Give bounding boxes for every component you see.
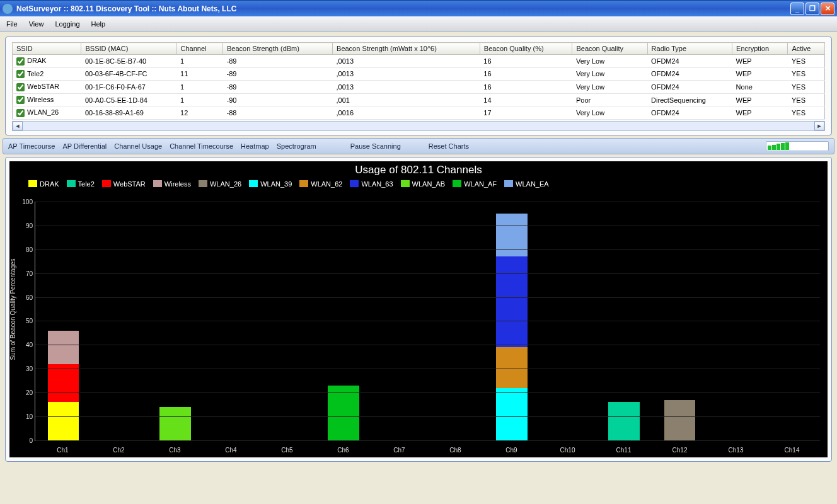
- ytick-label: 70: [18, 270, 33, 277]
- scroll-track[interactable]: [23, 122, 814, 130]
- column-header[interactable]: Channel: [176, 43, 222, 55]
- ytick-label: 10: [18, 413, 33, 420]
- ytick-label: 20: [18, 389, 33, 396]
- ytick-label: 40: [18, 341, 33, 348]
- legend-label: WLAN_62: [311, 180, 342, 188]
- gridline: [35, 321, 820, 321]
- pause-scanning-button[interactable]: Pause Scanning: [350, 142, 401, 150]
- minimize-button[interactable]: _: [790, 3, 804, 15]
- table-cell: DirectSequencing: [647, 93, 732, 106]
- row-checkbox[interactable]: [16, 109, 25, 117]
- row-checkbox[interactable]: [16, 83, 25, 91]
- legend-swatch: [453, 180, 461, 187]
- legend-swatch: [199, 180, 207, 187]
- horizontal-scrollbar[interactable]: ◄ ►: [12, 121, 825, 131]
- legend-item: DRAK: [28, 180, 59, 188]
- xtick-label: Ch5: [259, 447, 315, 454]
- view-toolbar: AP Timecourse AP Differential Channel Us…: [3, 138, 834, 154]
- table-cell: 17: [480, 106, 572, 120]
- bar-segment: [496, 388, 528, 440]
- reset-charts-button[interactable]: Reset Charts: [429, 142, 469, 150]
- menu-view[interactable]: View: [29, 20, 44, 28]
- column-header[interactable]: Beacon Quality (%): [480, 43, 572, 55]
- table-row[interactable]: WLAN_2600-16-38-89-A1-6912-88,001617Very…: [13, 106, 825, 120]
- bar-segment: [664, 400, 696, 440]
- table-cell: 00-16-38-89-A1-69: [81, 106, 176, 120]
- row-checkbox[interactable]: [16, 96, 25, 104]
- legend-item: WLAN_EA: [504, 180, 549, 188]
- gridline: [35, 273, 820, 274]
- menu-help[interactable]: Help: [91, 20, 106, 28]
- table-cell: 16: [480, 81, 572, 94]
- scroll-right-button[interactable]: ►: [814, 122, 824, 130]
- row-checkbox[interactable]: [16, 57, 25, 66]
- table-cell: YES: [788, 106, 825, 120]
- legend-item: Wireless: [153, 180, 191, 188]
- table-row[interactable]: Wireless00-A0-C5-EE-1D-841-90,00114PoorD…: [13, 93, 825, 106]
- row-checkbox[interactable]: [16, 70, 25, 78]
- table-cell: OFDM24: [647, 67, 732, 81]
- tab-channel-usage[interactable]: Channel Usage: [114, 142, 162, 150]
- bar-segment: [48, 331, 79, 364]
- gridline: [35, 369, 820, 369]
- legend-label: Wireless: [165, 180, 191, 188]
- table-cell: DRAK: [13, 55, 81, 68]
- ytick-label: 90: [18, 222, 33, 229]
- xtick-label: Ch7: [371, 447, 427, 454]
- table-cell: 12: [176, 106, 222, 120]
- column-header[interactable]: Beacon Quality: [572, 43, 647, 55]
- table-cell: Wireless: [13, 93, 81, 106]
- table-cell: WLAN_26: [13, 106, 81, 120]
- xtick-label: Ch14: [764, 447, 820, 454]
- tab-ap-differential[interactable]: AP Differential: [62, 142, 107, 150]
- ytick-label: 0: [18, 437, 33, 444]
- legend-swatch: [153, 180, 162, 187]
- scroll-left-button[interactable]: ◄: [13, 122, 23, 130]
- legend-swatch: [67, 180, 76, 187]
- menu-file[interactable]: File: [6, 20, 18, 28]
- legend-label: WLAN_EA: [516, 180, 549, 188]
- legend-label: WebSTAR: [113, 180, 146, 188]
- close-button[interactable]: ✕: [821, 3, 834, 15]
- bar-segment: [48, 402, 79, 440]
- table-cell: 00-A0-C5-EE-1D-84: [81, 93, 176, 106]
- ytick-label: 60: [18, 294, 33, 301]
- menubar: File View Logging Help: [0, 16, 837, 32]
- tab-channel-timecourse[interactable]: Channel Timecourse: [170, 142, 233, 150]
- ytick-label: 30: [18, 365, 33, 372]
- table-row[interactable]: DRAK00-1E-8C-5E-B7-401-89,001316Very Low…: [13, 55, 825, 68]
- xtick-label: Ch2: [91, 447, 147, 454]
- column-header[interactable]: Beacon Strength (dBm): [222, 43, 332, 55]
- tab-ap-timecourse[interactable]: AP Timecourse: [8, 142, 55, 150]
- column-header[interactable]: Encryption: [732, 43, 788, 55]
- legend-label: Tele2: [78, 180, 95, 188]
- chart-legend: DRAKTele2WebSTARWirelessWLAN_26WLAN_39WL…: [9, 178, 828, 192]
- xtick-label: Ch1: [35, 447, 91, 454]
- table-cell: OFDM24: [647, 81, 732, 94]
- table-cell: -89: [222, 67, 332, 81]
- chart-plot-area: 0102030405060708090100: [35, 202, 820, 441]
- column-header[interactable]: BSSID (MAC): [81, 43, 176, 55]
- maximize-button[interactable]: ❐: [805, 3, 819, 15]
- window-title: NetSurveyor :: 802.11 Discovery Tool :: …: [16, 4, 790, 13]
- column-header[interactable]: Beacon Strength (mWatt x 10^6): [333, 43, 480, 55]
- table-cell: ,0016: [333, 106, 480, 120]
- chart-ylabel: Sum of Beacon Quality Percentages: [9, 258, 16, 360]
- window-controls: _ ❐ ✕: [790, 3, 834, 15]
- signal-indicator: [766, 141, 829, 151]
- legend-item: WebSTAR: [102, 180, 146, 188]
- column-header[interactable]: SSID: [13, 43, 81, 55]
- table-cell: 00-1E-8C-5E-B7-40: [81, 55, 176, 68]
- gridline: [35, 345, 820, 345]
- legend-item: WLAN_AB: [401, 180, 446, 188]
- tab-heatmap[interactable]: Heatmap: [241, 142, 269, 150]
- table-cell: ,001: [333, 93, 480, 106]
- ytick-label: 50: [18, 318, 33, 324]
- table-row[interactable]: WebSTAR00-1F-C6-F0-FA-671-89,001316Very …: [13, 81, 825, 94]
- tab-spectrogram[interactable]: Spectrogram: [277, 142, 316, 150]
- table-row[interactable]: Tele200-03-6F-4B-CF-FC11-89,001316Very L…: [13, 67, 825, 81]
- table-header-row: SSIDBSSID (MAC)ChannelBeacon Strength (d…: [13, 43, 825, 55]
- column-header[interactable]: Radio Type: [647, 43, 732, 55]
- column-header[interactable]: Active: [788, 43, 825, 55]
- menu-logging[interactable]: Logging: [55, 20, 79, 28]
